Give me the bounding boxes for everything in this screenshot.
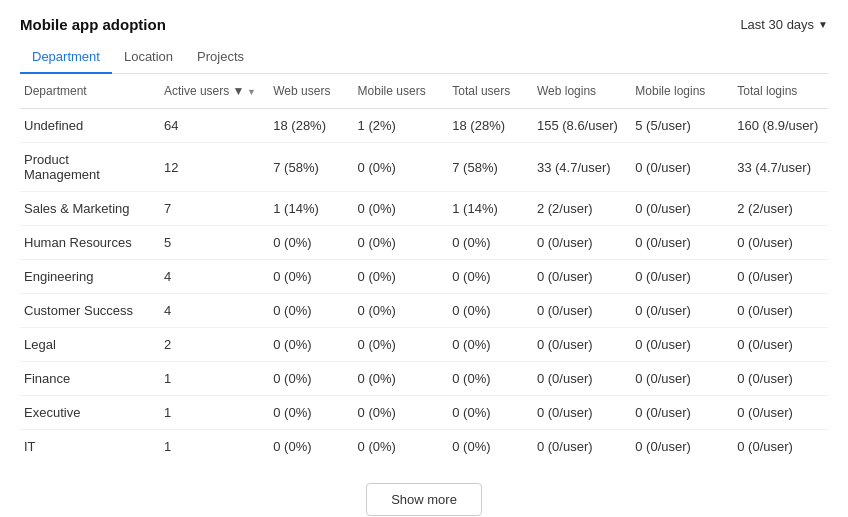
cell-department: Legal <box>20 328 156 362</box>
table-row: Human Resources50 (0%)0 (0%)0 (0%)0 (0/u… <box>20 226 828 260</box>
cell-mobile_users: 0 (0%) <box>350 226 445 260</box>
table-row: Engineering40 (0%)0 (0%)0 (0%)0 (0/user)… <box>20 260 828 294</box>
cell-active_users: 1 <box>156 362 265 396</box>
cell-department: Customer Success <box>20 294 156 328</box>
cell-web_logins: 0 (0/user) <box>529 328 627 362</box>
cell-department: Product Management <box>20 143 156 192</box>
cell-department: IT <box>20 430 156 464</box>
cell-total_logins: 160 (8.9/user) <box>729 109 828 143</box>
cell-total_users: 0 (0%) <box>444 430 529 464</box>
cell-web_logins: 0 (0/user) <box>529 294 627 328</box>
cell-web_logins: 0 (0/user) <box>529 430 627 464</box>
cell-active_users: 12 <box>156 143 265 192</box>
cell-total_logins: 0 (0/user) <box>729 226 828 260</box>
cell-department: Sales & Marketing <box>20 192 156 226</box>
show-more-button[interactable]: Show more <box>366 483 482 516</box>
cell-total_users: 0 (0%) <box>444 294 529 328</box>
cell-active_users: 1 <box>156 430 265 464</box>
tab-location[interactable]: Location <box>112 41 185 74</box>
cell-active_users: 2 <box>156 328 265 362</box>
cell-mobile_logins: 0 (0/user) <box>627 328 729 362</box>
cell-mobile_logins: 5 (5/user) <box>627 109 729 143</box>
cell-total_logins: 0 (0/user) <box>729 328 828 362</box>
cell-active_users: 4 <box>156 260 265 294</box>
col-header-department: Department <box>20 74 156 109</box>
cell-web_users: 0 (0%) <box>265 430 349 464</box>
cell-web_logins: 0 (0/user) <box>529 396 627 430</box>
table-row: IT10 (0%)0 (0%)0 (0%)0 (0/user)0 (0/user… <box>20 430 828 464</box>
cell-department: Finance <box>20 362 156 396</box>
table-row: Finance10 (0%)0 (0%)0 (0%)0 (0/user)0 (0… <box>20 362 828 396</box>
cell-total_logins: 2 (2/user) <box>729 192 828 226</box>
table-header-row: Department Active users ▼ Web users Mobi… <box>20 74 828 109</box>
cell-department: Human Resources <box>20 226 156 260</box>
cell-web_users: 18 (28%) <box>265 109 349 143</box>
cell-total_users: 0 (0%) <box>444 362 529 396</box>
cell-active_users: 4 <box>156 294 265 328</box>
cell-mobile_logins: 0 (0/user) <box>627 260 729 294</box>
cell-mobile_users: 0 (0%) <box>350 430 445 464</box>
cell-web_users: 0 (0%) <box>265 362 349 396</box>
tab-projects[interactable]: Projects <box>185 41 256 74</box>
cell-mobile_logins: 0 (0/user) <box>627 143 729 192</box>
cell-mobile_logins: 0 (0/user) <box>627 294 729 328</box>
cell-total_users: 18 (28%) <box>444 109 529 143</box>
cell-web_users: 0 (0%) <box>265 294 349 328</box>
cell-total_logins: 33 (4.7/user) <box>729 143 828 192</box>
table-row: Customer Success40 (0%)0 (0%)0 (0%)0 (0/… <box>20 294 828 328</box>
cell-mobile_logins: 0 (0/user) <box>627 362 729 396</box>
cell-total_users: 0 (0%) <box>444 226 529 260</box>
col-header-mobile-users: Mobile users <box>350 74 445 109</box>
col-header-web-users: Web users <box>265 74 349 109</box>
show-more-container: Show more <box>20 483 828 516</box>
page-title: Mobile app adoption <box>20 16 166 33</box>
cell-web_users: 0 (0%) <box>265 396 349 430</box>
cell-total_users: 0 (0%) <box>444 328 529 362</box>
col-header-total-users: Total users <box>444 74 529 109</box>
col-header-active-users[interactable]: Active users ▼ <box>156 74 265 109</box>
date-range-label: Last 30 days <box>740 17 814 32</box>
cell-total_logins: 0 (0/user) <box>729 362 828 396</box>
cell-mobile_users: 0 (0%) <box>350 143 445 192</box>
cell-total_users: 1 (14%) <box>444 192 529 226</box>
table-row: Legal20 (0%)0 (0%)0 (0%)0 (0/user)0 (0/u… <box>20 328 828 362</box>
cell-web_users: 1 (14%) <box>265 192 349 226</box>
cell-total_logins: 0 (0/user) <box>729 294 828 328</box>
cell-web_logins: 0 (0/user) <box>529 362 627 396</box>
chevron-down-icon: ▼ <box>818 19 828 30</box>
cell-mobile_users: 0 (0%) <box>350 362 445 396</box>
data-table: Department Active users ▼ Web users Mobi… <box>20 74 828 463</box>
cell-total_logins: 0 (0/user) <box>729 396 828 430</box>
cell-department: Undefined <box>20 109 156 143</box>
table-row: Executive10 (0%)0 (0%)0 (0%)0 (0/user)0 … <box>20 396 828 430</box>
table-row: Product Management127 (58%)0 (0%)7 (58%)… <box>20 143 828 192</box>
cell-web_users: 0 (0%) <box>265 260 349 294</box>
cell-total_users: 7 (58%) <box>444 143 529 192</box>
table-body: Undefined6418 (28%)1 (2%)18 (28%)155 (8.… <box>20 109 828 464</box>
cell-web_logins: 155 (8.6/user) <box>529 109 627 143</box>
cell-total_logins: 0 (0/user) <box>729 260 828 294</box>
tab-department[interactable]: Department <box>20 41 112 74</box>
cell-mobile_users: 0 (0%) <box>350 192 445 226</box>
cell-web_logins: 2 (2/user) <box>529 192 627 226</box>
cell-active_users: 7 <box>156 192 265 226</box>
table-row: Undefined6418 (28%)1 (2%)18 (28%)155 (8.… <box>20 109 828 143</box>
cell-mobile_logins: 0 (0/user) <box>627 430 729 464</box>
cell-department: Engineering <box>20 260 156 294</box>
col-header-total-logins: Total logins <box>729 74 828 109</box>
cell-active_users: 64 <box>156 109 265 143</box>
cell-mobile_logins: 0 (0/user) <box>627 226 729 260</box>
cell-mobile_users: 0 (0%) <box>350 260 445 294</box>
cell-web_users: 7 (58%) <box>265 143 349 192</box>
cell-active_users: 5 <box>156 226 265 260</box>
cell-active_users: 1 <box>156 396 265 430</box>
cell-mobile_users: 1 (2%) <box>350 109 445 143</box>
col-header-mobile-logins: Mobile logins <box>627 74 729 109</box>
table-row: Sales & Marketing71 (14%)0 (0%)1 (14%)2 … <box>20 192 828 226</box>
cell-mobile_users: 0 (0%) <box>350 294 445 328</box>
date-range-selector[interactable]: Last 30 days ▼ <box>740 17 828 32</box>
cell-web_users: 0 (0%) <box>265 328 349 362</box>
cell-web_logins: 33 (4.7/user) <box>529 143 627 192</box>
cell-department: Executive <box>20 396 156 430</box>
col-header-web-logins: Web logins <box>529 74 627 109</box>
